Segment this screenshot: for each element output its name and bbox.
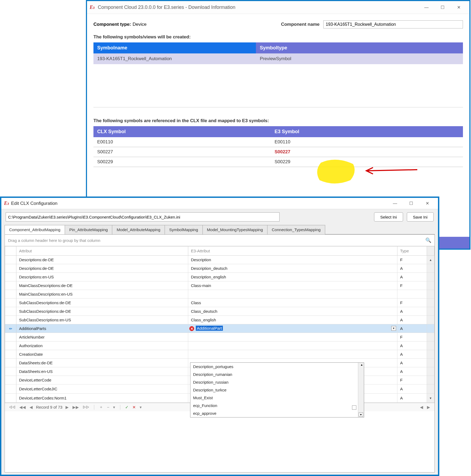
nav-cancel-icon[interactable]: ✕ [132, 405, 136, 410]
e3-attribut-dropdown[interactable]: Description_portugues Description_rumani… [190, 362, 364, 417]
col-symboltype[interactable]: Symboltype [256, 42, 463, 53]
cell-attribut[interactable]: AdditionalParts [16, 324, 188, 333]
tab-model-attributemapping[interactable]: Model_AttributeMapping [112, 225, 165, 234]
table-row[interactable]: SubClassDescriptions:de-DEClassF [5, 299, 434, 307]
cell-e3-attribut[interactable] [188, 290, 397, 299]
cell-attribut[interactable]: Descriptions:de-DE [16, 256, 188, 264]
search-icon[interactable]: 🔍 [425, 237, 431, 243]
col-attribut[interactable]: Attribut [16, 246, 188, 256]
cell-type[interactable]: A [397, 384, 427, 394]
table-row[interactable]: ArticleNumberF [5, 333, 434, 341]
scrollbar-cell[interactable] [427, 273, 434, 281]
row-gutter[interactable] [5, 299, 16, 307]
row-gutter[interactable] [5, 341, 16, 350]
cell-attribut[interactable]: Descriptions:de-DE [16, 264, 188, 273]
save-ini-button[interactable]: Save Ini [407, 212, 434, 221]
dropdown-option[interactable]: ecp_approve [190, 409, 364, 417]
row-gutter[interactable] [5, 290, 16, 299]
cell-e3-attribut[interactable]: Class [188, 299, 397, 307]
scrollbar-cell[interactable] [427, 264, 434, 273]
cell-attribut[interactable]: MainClassDescriptions:en-US [16, 290, 188, 299]
row-gutter[interactable] [5, 376, 16, 384]
table-row[interactable]: 193-KA165T1_Rockwell_Automation PreviewS… [93, 53, 463, 64]
nav-add-icon[interactable]: ＋ [99, 405, 104, 410]
select-ini-button[interactable]: Select Ini [374, 212, 403, 221]
dropdown-option[interactable]: Must_Exist [190, 394, 364, 402]
scroll-down-icon[interactable]: ▼ [427, 397, 434, 400]
cell-type[interactable]: F [397, 333, 427, 341]
col-e3-symbol[interactable]: E3 Symbol [271, 126, 463, 137]
nav-last-icon[interactable]: ᐅᐅ [82, 405, 90, 410]
scrollbar-cell[interactable] [427, 307, 434, 316]
cell-e3-attribut[interactable] [188, 350, 397, 359]
scrollbar-cell[interactable] [427, 341, 434, 350]
cell-attribut[interactable]: Descriptions:en-US [16, 273, 188, 281]
cell-type[interactable]: A [397, 350, 427, 359]
nav-accept-icon[interactable]: ✓ [125, 405, 129, 410]
cell-e3-attribut[interactable]: Class_deutsch [188, 307, 397, 316]
ini-path-input[interactable] [6, 212, 280, 221]
cell-type[interactable]: F [397, 376, 427, 384]
cell-e3-attribut[interactable]: ✕AdditionalPart▼ [188, 324, 397, 333]
scrollbar-cell[interactable]: ▼ [427, 394, 434, 403]
nav-left-icon[interactable]: ◀ [419, 405, 424, 410]
close-button[interactable]: ✕ [451, 2, 467, 13]
cell-type[interactable] [397, 290, 427, 299]
dropdown-option[interactable]: ecp_Function [190, 402, 364, 409]
table-row[interactable]: Descriptions:de-DEDescriptionF▲ [5, 256, 434, 264]
nav-dropdown-icon[interactable]: ▾ [139, 405, 142, 410]
table-row[interactable]: Descriptions:de-DEDescription_deutschA [5, 264, 434, 273]
scrollbar-cell[interactable] [427, 384, 434, 394]
row-gutter[interactable] [5, 384, 16, 394]
cell-type[interactable]: A [397, 359, 427, 367]
cell-attribut[interactable]: SubClassDescriptions:de-DE [16, 307, 188, 316]
dropdown-scroll-down-icon[interactable]: ▼ [359, 412, 363, 417]
row-gutter[interactable] [5, 359, 16, 367]
cell-type[interactable]: A [397, 367, 427, 376]
dropdown-option[interactable]: Description_rumanian [190, 370, 364, 378]
cell-type[interactable]: A [397, 341, 427, 350]
dropdown-scroll-up-icon[interactable]: ▲ [360, 363, 363, 366]
maximize-button[interactable]: ☐ [403, 198, 419, 209]
row-gutter[interactable] [5, 333, 16, 341]
cell-type[interactable]: A [397, 264, 427, 273]
cell-attribut[interactable]: DataSheets:de-DE [16, 359, 188, 367]
row-gutter[interactable] [5, 316, 16, 324]
nav-prev-icon[interactable]: ◀ [29, 405, 33, 410]
tab-component-attributmapping[interactable]: Component_AttributMapping [5, 225, 65, 234]
cell-attribut[interactable]: DeviceLetterCodeJIC [16, 384, 188, 394]
scrollbar-cell[interactable] [427, 359, 434, 367]
cell-e3-attribut[interactable] [188, 341, 397, 350]
table-row[interactable]: S00229 S00229 [93, 157, 463, 167]
dropdown-scrollbar[interactable] [358, 363, 364, 417]
row-gutter[interactable] [5, 367, 16, 376]
col-e3-attribut[interactable]: E3-Attribut [188, 246, 397, 256]
nav-right-icon[interactable]: ▶ [426, 405, 431, 410]
cell-type[interactable]: A [397, 394, 427, 403]
scrollbar-cell[interactable] [427, 350, 434, 359]
close-button[interactable]: ✕ [419, 198, 435, 209]
cell-type[interactable]: F [397, 281, 427, 290]
col-symbolname[interactable]: Symbolname [93, 42, 256, 53]
cell-attribut[interactable]: ArticleNumber [16, 333, 188, 341]
dropdown-option[interactable]: Description_portugues [190, 363, 364, 370]
cell-type[interactable]: A [397, 307, 427, 316]
table-row[interactable]: CreationDateA [5, 350, 434, 359]
nav-next-icon[interactable]: ▶ [65, 405, 69, 410]
cell-e3-attribut[interactable]: Class_english [188, 316, 397, 324]
cell-type[interactable]: A [397, 316, 427, 324]
cell-type[interactable]: A [397, 324, 427, 333]
table-row[interactable]: S00227 S00227 [93, 147, 463, 157]
scrollbar-cell[interactable] [427, 281, 434, 290]
minimize-button[interactable]: — [418, 2, 434, 13]
nav-remove-icon[interactable]: − [106, 405, 110, 409]
table-row[interactable]: MainClassDescriptions:en-US [5, 290, 434, 299]
row-gutter[interactable] [5, 350, 16, 359]
cell-attribut[interactable]: MainClassDescriptions:de-DE [16, 281, 188, 290]
nav-edit-icon[interactable]: ▾ [113, 405, 116, 410]
cell-e3-attribut[interactable]: Description [188, 256, 397, 264]
cell-attribut[interactable]: SubClassDescriptions:en-US [16, 316, 188, 324]
maximize-button[interactable]: ☐ [434, 2, 451, 13]
minimize-button[interactable]: — [387, 198, 403, 209]
col-clx-symbol[interactable]: CLX Symbol [93, 126, 271, 137]
